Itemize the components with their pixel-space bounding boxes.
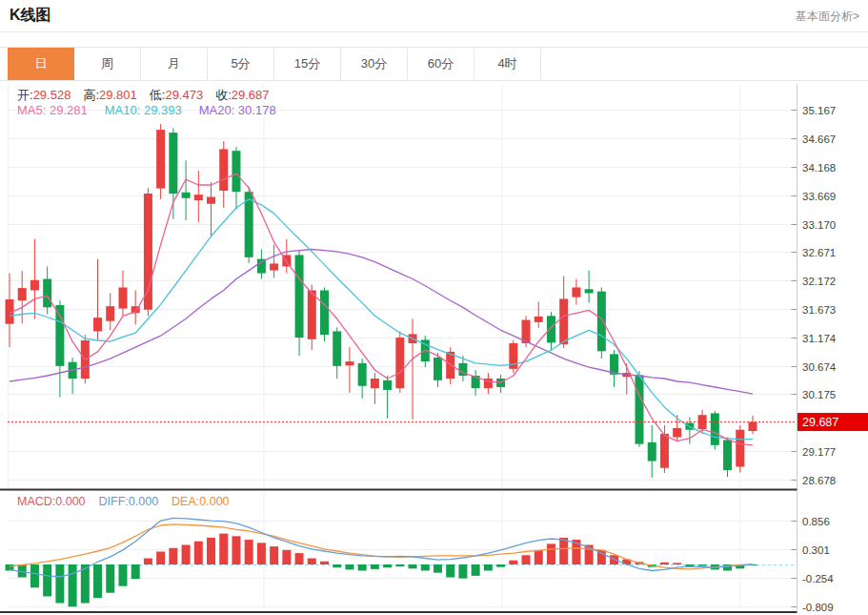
macd-readout: MACD:0.000DIFF:0.000DEA:0.000 [17, 495, 243, 508]
dea-label: DEA:0.000 [172, 495, 229, 508]
svg-text:34.667: 34.667 [802, 133, 836, 145]
svg-text:30.175: 30.175 [802, 389, 836, 400]
ohlc-value: 29.528 [33, 88, 71, 102]
ohlc-value: 29.473 [165, 88, 203, 102]
macd-panel [6, 491, 797, 609]
ohlc-value: 29.801 [99, 88, 137, 102]
svg-text:28.678: 28.678 [802, 475, 836, 486]
ma5-label: MA5: 29.281 [17, 103, 88, 117]
svg-text:32.172: 32.172 [802, 276, 836, 287]
svg-text:31.174: 31.174 [802, 333, 837, 344]
svg-text:-0.809: -0.809 [802, 602, 834, 613]
ma20-label: MA20: 30.178 [199, 103, 276, 117]
current-price-badge: 29.687 [797, 413, 868, 431]
macd-label: MACD:0.000 [17, 495, 86, 508]
svg-text:35.167: 35.167 [802, 105, 836, 116]
ma-readout: MA5: 29.281MA10: 29.393MA20: 30.178 [17, 103, 293, 117]
kline-page: K线图 基本面分析> 日周月5分15分30分60分4时 35.16734.667… [0, 0, 868, 615]
svg-text:0.301: 0.301 [802, 544, 830, 556]
diff-label: DIFF:0.000 [99, 495, 159, 508]
ohlc-value: 29.687 [232, 88, 270, 102]
ohlc-label: 开: [17, 88, 33, 102]
main-price-panel [6, 84, 797, 488]
ohlc-label: 低: [150, 88, 166, 102]
svg-text:-0.254: -0.254 [802, 573, 834, 584]
svg-text:30.674: 30.674 [802, 361, 837, 373]
svg-text:0.856: 0.856 [802, 516, 830, 527]
svg-text:32.671: 32.671 [802, 247, 836, 258]
price-axis: 35.16734.66734.16833.66933.17032.67132.1… [0, 84, 837, 613]
svg-text:34.168: 34.168 [802, 162, 836, 174]
ohlc-label: 收: [215, 88, 232, 102]
ohlc-readout: 开:29.528高:29.801低:29.473收:29.687 [17, 87, 282, 104]
ohlc-label: 高: [83, 88, 99, 102]
svg-text:29.177: 29.177 [802, 446, 836, 458]
svg-text:33.170: 33.170 [802, 219, 836, 231]
svg-text:29.687: 29.687 [802, 416, 838, 429]
ma10-label: MA10: 29.393 [105, 103, 182, 117]
svg-text:31.673: 31.673 [802, 304, 836, 316]
svg-text:33.669: 33.669 [802, 191, 836, 202]
